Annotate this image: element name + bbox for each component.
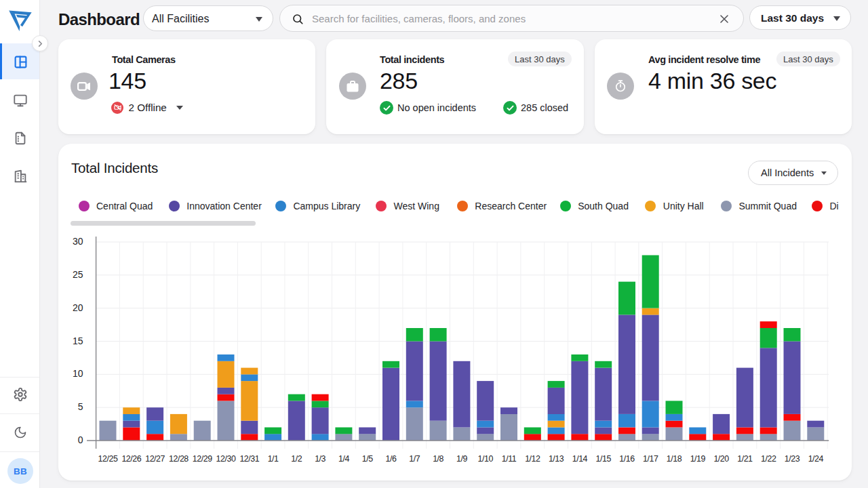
svg-text:12/26: 12/26 xyxy=(121,454,141,464)
svg-text:1/15: 1/15 xyxy=(596,454,612,464)
svg-text:12/30: 12/30 xyxy=(216,454,236,464)
svg-text:1/19: 1/19 xyxy=(690,454,706,464)
svg-text:1/16: 1/16 xyxy=(619,454,635,464)
svg-text:1/4: 1/4 xyxy=(338,454,349,464)
svg-text:1/22: 1/22 xyxy=(761,454,776,464)
svg-text:20: 20 xyxy=(73,302,83,313)
svg-text:1/10: 1/10 xyxy=(478,454,494,464)
svg-text:1/12: 1/12 xyxy=(525,454,540,464)
svg-text:12/31: 12/31 xyxy=(239,454,259,464)
svg-text:1/18: 1/18 xyxy=(667,454,682,464)
svg-text:1/20: 1/20 xyxy=(713,454,729,464)
svg-text:12/28: 12/28 xyxy=(169,454,189,464)
svg-text:1/23: 1/23 xyxy=(785,454,800,464)
svg-text:1/17: 1/17 xyxy=(643,454,658,464)
svg-text:1/9: 1/9 xyxy=(456,454,467,464)
svg-text:1/8: 1/8 xyxy=(433,454,443,464)
svg-text:1/11: 1/11 xyxy=(502,454,517,464)
svg-text:1/1: 1/1 xyxy=(268,454,279,464)
svg-text:12/25: 12/25 xyxy=(98,454,118,464)
svg-text:1/21: 1/21 xyxy=(737,454,753,464)
svg-text:1/2: 1/2 xyxy=(291,454,302,464)
svg-text:12/29: 12/29 xyxy=(193,454,212,464)
svg-text:1/24: 1/24 xyxy=(808,454,824,464)
svg-text:1/14: 1/14 xyxy=(572,454,588,464)
svg-text:25: 25 xyxy=(73,269,83,280)
svg-text:15: 15 xyxy=(73,336,83,346)
svg-text:1/3: 1/3 xyxy=(315,454,326,464)
svg-text:0: 0 xyxy=(78,434,83,445)
svg-text:1/6: 1/6 xyxy=(386,454,397,464)
svg-text:10: 10 xyxy=(73,368,83,379)
svg-text:12/27: 12/27 xyxy=(145,454,165,464)
svg-text:1/13: 1/13 xyxy=(549,454,564,464)
svg-text:30: 30 xyxy=(73,236,83,247)
svg-text:5: 5 xyxy=(78,401,83,412)
svg-text:1/5: 1/5 xyxy=(362,454,373,464)
svg-text:1/7: 1/7 xyxy=(409,454,420,464)
